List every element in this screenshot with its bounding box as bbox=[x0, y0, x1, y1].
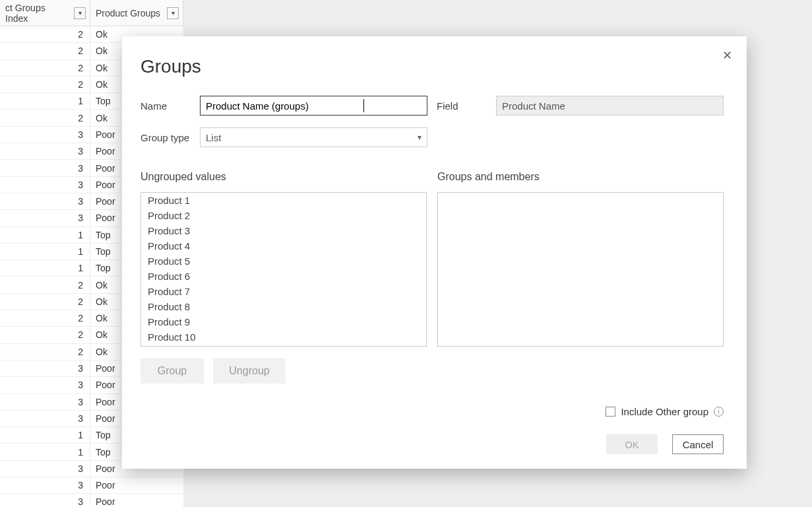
cell-index: 1 bbox=[0, 93, 90, 109]
cell-product-group: Poor bbox=[90, 477, 183, 493]
close-icon[interactable]: ✕ bbox=[722, 48, 732, 63]
include-other-checkbox[interactable] bbox=[606, 407, 615, 417]
ok-button-label: OK bbox=[625, 439, 639, 450]
cell-index: 3 bbox=[0, 411, 90, 426]
text-caret bbox=[363, 99, 364, 112]
group-button-label: Group bbox=[158, 365, 187, 377]
list-item[interactable]: Product 3 bbox=[141, 223, 426, 238]
cell-index: 2 bbox=[0, 344, 90, 360]
groups-members-list[interactable] bbox=[437, 192, 724, 347]
field-label: Field bbox=[437, 100, 496, 112]
name-input[interactable] bbox=[200, 96, 427, 116]
list-item[interactable]: Product 7 bbox=[141, 284, 426, 299]
column-header-index-label: ct Groups Index bbox=[5, 3, 70, 24]
cell-index: 2 bbox=[0, 26, 90, 42]
cell-index: 2 bbox=[0, 77, 90, 92]
table-row[interactable]: 3Poor bbox=[0, 477, 183, 494]
list-item[interactable]: Product 2 bbox=[141, 208, 426, 223]
cancel-button[interactable]: Cancel bbox=[672, 434, 724, 454]
column-header-index[interactable]: ct Groups Index ▾ bbox=[0, 0, 90, 26]
chevron-down-icon[interactable]: ▾ bbox=[74, 7, 86, 19]
ok-button[interactable]: OK bbox=[606, 434, 658, 454]
cell-index: 3 bbox=[0, 377, 90, 393]
cell-index: 3 bbox=[0, 494, 90, 507]
cell-index: 2 bbox=[0, 310, 90, 326]
field-value: Product Name bbox=[502, 100, 565, 112]
cell-index: 2 bbox=[0, 327, 90, 343]
ungrouped-values-title: Ungrouped values bbox=[141, 171, 427, 183]
name-label: Name bbox=[141, 100, 200, 112]
cell-index: 3 bbox=[0, 143, 90, 159]
cell-index: 3 bbox=[0, 160, 90, 176]
cell-index: 1 bbox=[0, 427, 90, 443]
table-row[interactable]: 3Poor bbox=[0, 494, 183, 507]
list-item[interactable]: Product 4 bbox=[141, 238, 426, 254]
cell-product-group: Poor bbox=[90, 494, 183, 507]
cell-index: 2 bbox=[0, 60, 90, 76]
cell-index: 3 bbox=[0, 127, 90, 143]
info-icon[interactable]: i bbox=[714, 407, 724, 417]
group-type-label: Group type bbox=[141, 132, 200, 143]
cancel-button-label: Cancel bbox=[683, 439, 714, 450]
groups-members-title: Groups and members bbox=[437, 171, 724, 183]
cell-index: 1 bbox=[0, 260, 90, 276]
list-item[interactable]: Product 1 bbox=[141, 193, 426, 208]
ungroup-button-label: Ungroup bbox=[229, 365, 269, 377]
chevron-down-icon: ▾ bbox=[418, 133, 422, 142]
cell-index: 3 bbox=[0, 177, 90, 193]
cell-index: 2 bbox=[0, 110, 90, 125]
cell-index: 3 bbox=[0, 477, 90, 493]
cell-index: 3 bbox=[0, 461, 90, 477]
group-button[interactable]: Group bbox=[141, 358, 204, 384]
list-item[interactable]: Product 6 bbox=[141, 269, 426, 284]
cell-index: 1 bbox=[0, 444, 90, 459]
cell-index: 2 bbox=[0, 277, 90, 292]
list-item[interactable]: Product 5 bbox=[141, 254, 426, 269]
cell-index: 3 bbox=[0, 193, 90, 209]
groups-dialog: ✕ Groups Name Field Product Name Group t… bbox=[122, 36, 747, 469]
ungroup-button[interactable]: Ungroup bbox=[213, 358, 286, 384]
group-type-select[interactable]: List ▾ bbox=[200, 127, 427, 147]
list-item[interactable]: Product 8 bbox=[141, 299, 426, 314]
cell-index: 2 bbox=[0, 294, 90, 310]
include-other-label: Include Other group bbox=[621, 406, 708, 417]
cell-index: 3 bbox=[0, 394, 90, 410]
column-header-product-groups[interactable]: Product Groups ▾ bbox=[90, 0, 183, 26]
list-item[interactable]: Product 10 bbox=[141, 329, 426, 345]
cell-index: 1 bbox=[0, 227, 90, 243]
cell-index: 3 bbox=[0, 210, 90, 226]
chevron-down-icon[interactable]: ▾ bbox=[167, 7, 179, 19]
cell-index: 3 bbox=[0, 360, 90, 376]
field-readonly-box: Product Name bbox=[496, 96, 724, 116]
cell-index: 1 bbox=[0, 244, 90, 259]
column-header-pg-label: Product Groups bbox=[96, 8, 160, 18]
group-type-value: List bbox=[206, 132, 221, 143]
dialog-title: Groups bbox=[141, 56, 724, 77]
cell-index: 2 bbox=[0, 43, 90, 59]
ungrouped-values-list[interactable]: Product 1Product 2Product 3Product 4Prod… bbox=[141, 192, 427, 347]
list-item[interactable]: Product 9 bbox=[141, 314, 426, 329]
